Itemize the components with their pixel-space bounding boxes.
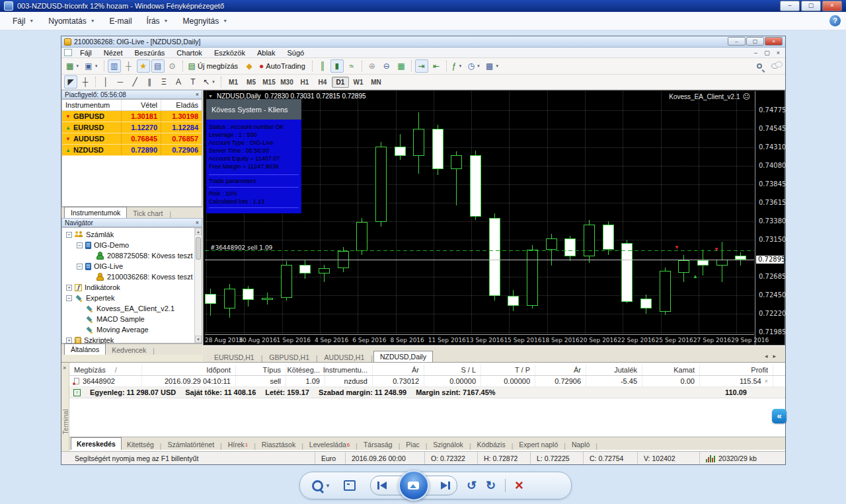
terminal-tab-napl-[interactable]: Napló [566,439,595,450]
scroll-down-icon[interactable]: ▼ [195,336,202,343]
metaeditor-button[interactable]: ◆ [243,59,256,73]
chevron-down-icon[interactable]: ▼ [208,94,213,98]
terminal-tab-keresked-s[interactable]: Kereskedés [71,437,122,450]
search-icon[interactable] [757,63,762,69]
terminal-tab-h-rek[interactable]: Hírek1 [223,439,254,450]
menu-item-fájl[interactable]: Fájl▼ [5,14,41,28]
timeframe-m15[interactable]: M15 [260,77,278,88]
tab-scroll-right-icon[interactable]: ▸ [773,353,776,359]
sidebar-item-moving-average[interactable]: Moving Average [62,324,202,335]
mt4-menu-ablak[interactable]: Ablak [251,49,282,57]
terminal-tab-riaszt-sok[interactable]: Riasztások [256,439,301,450]
ea-disabled-face-icon[interactable]: ☹ [743,92,750,101]
next-button[interactable] [441,482,450,489]
chart-line-button[interactable]: ≈ [345,59,358,73]
timeframe-h1[interactable]: H1 [296,77,313,88]
minimize-button[interactable]: – [780,1,800,11]
previous-button[interactable] [377,482,387,489]
support-overlay-icon[interactable]: « [772,409,787,423]
terminal-tab-t-rsas-g[interactable]: Társaság [358,439,398,450]
chart-tab-audusd-h1[interactable]: AUDUSD,H1 [319,352,371,362]
market-watch-row[interactable]: ▲EURUSD1.122701.12284 [62,122,202,133]
zoom-button[interactable]: ▼ [312,480,330,491]
text-button[interactable]: A [172,75,185,89]
tab-scroll-left-icon[interactable]: ◂ [765,353,768,359]
vertical-line-button[interactable]: │ [99,75,112,89]
zoom-in-button[interactable]: ⊕ [365,59,379,73]
expand-icon[interactable]: + [66,338,72,343]
periods-button[interactable]: ◷▼ [466,59,482,73]
sidebar-item-2088725058-k-vess-teszt[interactable]: 2088725058: Kövess teszt [62,250,202,261]
market-watch-tab-0[interactable]: Instrumentumok [64,207,127,218]
mt4-menu-eszközök[interactable]: Eszközök [208,49,251,57]
terminal-tab-szign-lok[interactable]: Szignálok [428,439,469,450]
mt4-menu-súgó[interactable]: Súgó [281,49,310,57]
data-window-button[interactable]: ┼ [122,59,135,73]
expand-icon[interactable]: + [66,285,72,291]
sidebar-item-sz-ml-k[interactable]: −Számlák [62,229,202,240]
sidebar-item-expertek[interactable]: −Expertek [62,293,202,303]
collapse-icon[interactable]: − [77,242,83,248]
mt4-menu-beszúrás[interactable]: Beszúrás [128,49,171,57]
new-order-button[interactable]: ▤Új megbízás [186,59,241,73]
terminal-tab-kitetts-g[interactable]: Kitettség [122,439,159,450]
chart-close-icon[interactable]: × [774,50,783,56]
date-axis[interactable]: 28 Aug 201630 Aug 20161 Sep 20164 Sep 20… [205,334,754,345]
tile-windows-button[interactable]: ▦ [395,59,408,73]
rotate-left-button[interactable]: ↺ [467,480,477,491]
menu-item-nyomtatás[interactable]: Nyomtatás▼ [41,14,102,28]
market-watch-close-icon[interactable]: × [196,92,199,98]
mt4-menu-chartok[interactable]: Chartok [171,49,208,57]
market-watch-toggle-button[interactable]: ▥ [108,59,121,73]
templates-button[interactable]: ▩▼ [484,59,501,73]
market-watch-row[interactable]: ▲NZDUSD0.728900.72906 [62,145,202,156]
chart-candles-button[interactable]: ▮ [330,59,344,73]
sidebar-item-kovess-ea-client-v2-1[interactable]: Kovess_EA_Client_v2.1 [62,303,202,314]
delete-button[interactable]: × [515,479,523,492]
timeframe-m1[interactable]: M1 [225,77,242,88]
chart-bars-button[interactable]: ║ [316,59,329,73]
fibonacci-button[interactable]: Ξ [157,75,171,89]
mt4-close-button[interactable]: × [765,37,783,46]
mt4-maximize-button[interactable]: ▢ [746,37,764,46]
sidebar-item-oig-demo[interactable]: −OIG-Demo [62,240,202,250]
terminal-tab-levelesl-da[interactable]: Levelesláda6 [304,439,356,450]
menu-item-írás[interactable]: Írás▼ [139,14,176,28]
indicators-list-button[interactable]: ƒ▼ [450,59,465,73]
timeframe-mn[interactable]: MN [367,77,385,88]
fit-to-window-button[interactable] [344,480,356,491]
chart-minimize-icon[interactable]: – [751,50,760,56]
terminal-tab-k-db-zis[interactable]: Kódbázis [471,439,510,450]
terminal-close-icon[interactable]: × [63,365,66,371]
scroll-up-icon[interactable]: ▲ [195,228,202,235]
scrollbar-thumb[interactable] [196,237,201,260]
help-icon[interactable]: ? [829,15,841,26]
text-label-button[interactable]: T [186,75,200,89]
new-chart-button[interactable]: ▦▼ [64,59,81,73]
close-button[interactable]: × [822,1,842,11]
terminal-tab-piac[interactable]: Piac [401,439,424,450]
trendline-button[interactable]: ╱ [128,75,141,89]
price-axis[interactable]: 0.747750.745450.743100.740800.738450.736… [755,91,785,345]
chart-tab-gbpusd-h1[interactable]: GBPUSD,H1 [263,352,315,362]
sidebar-item-2100036268-kovess-teszt[interactable]: 2100036268: Kovess teszt [62,271,202,282]
terminal-tab-sz-mlat-rt-net[interactable]: Számlatörténet [162,439,219,450]
cursor-button[interactable]: ◤ [64,75,77,89]
market-watch-row[interactable]: ▼AUDUSD0.768450.76857 [62,133,202,145]
close-position-icon[interactable]: × [765,378,768,384]
navigator-scrollbar[interactable]: ▲ ▼ [194,228,202,343]
terminal-order-row[interactable]: 364489022016.09.29 04:10:11sell1.09nzdus… [69,376,785,387]
market-watch-tab-1[interactable]: Tick chart [127,208,169,218]
chart-shift-button[interactable]: ⇤ [430,59,443,73]
timeframe-m30[interactable]: M30 [278,77,295,88]
chart-profiles-button[interactable]: ▣▼ [83,59,100,73]
timeframe-d1[interactable]: D1 [332,77,349,88]
navigator-tab-1[interactable]: Kedvencek [106,345,152,355]
mt4-menu-fájl[interactable]: Fájl [74,49,98,57]
navigator-toggle-button[interactable]: ★ [137,59,150,73]
strategy-tester-button[interactable]: ⊙ [166,59,179,73]
navigator-tab-0[interactable]: Általános [64,343,106,355]
menu-item-e-mail[interactable]: E-mail [102,14,139,28]
chart-plot[interactable]: ▼ NZDUSD,Daily 0.72830 0.73031 0.72815 0… [205,91,754,334]
mt4-minimize-button[interactable]: – [728,37,746,46]
